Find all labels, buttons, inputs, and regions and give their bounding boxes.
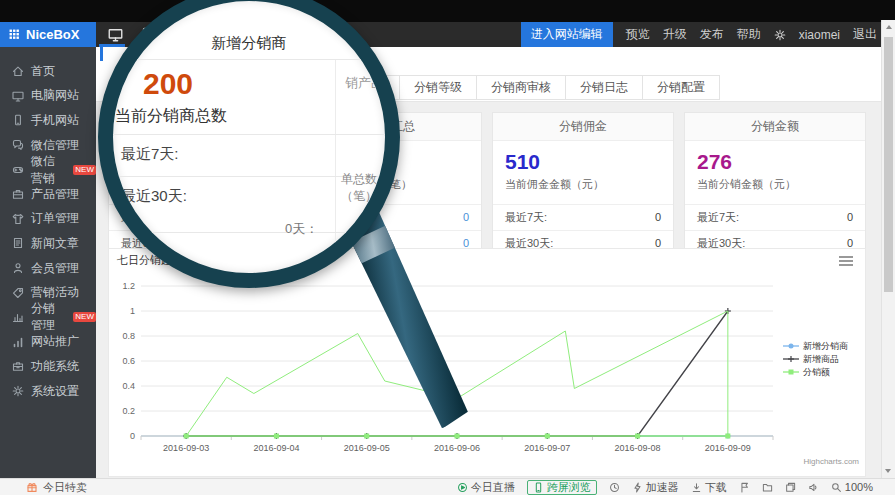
trend-chart: 00.20.40.60.811.22016-09-032016-09-04201… (111, 268, 863, 468)
svg-text:0.8: 0.8 (122, 331, 135, 341)
desktop-view-icon[interactable] (108, 27, 123, 42)
sidebar-item-functions[interactable]: 功能系统 (0, 354, 96, 379)
folder-button[interactable] (762, 482, 773, 493)
logout-link[interactable]: 退出 (853, 26, 877, 43)
zoom-icon (831, 482, 842, 493)
sidebar-item-promotion[interactable]: 网站推广 (0, 330, 96, 355)
tab-distribution-log[interactable]: 分销日志 (565, 75, 643, 100)
product-icon (12, 188, 24, 200)
window-button[interactable] (785, 482, 796, 493)
desktop-icon (12, 90, 24, 102)
card-value: 510 (505, 150, 661, 175)
tab-distributor-review[interactable]: 分销商审核 (476, 75, 566, 100)
sidebar-item-home[interactable]: 首页 (0, 59, 96, 84)
scrollbar-thumb[interactable] (884, 37, 893, 292)
promotion-icon (12, 336, 24, 348)
booster-button[interactable]: 加速器 (632, 480, 679, 495)
distribution-icon (12, 311, 24, 323)
help-link[interactable]: 帮助 (737, 26, 761, 43)
new-badge: NEW (73, 312, 96, 322)
svg-text:0: 0 (130, 431, 135, 441)
todays-deals-button[interactable]: 今日特卖 (26, 480, 87, 495)
scroll-up-arrow[interactable] (886, 25, 892, 29)
svg-text:2016-09-04: 2016-09-04 (253, 443, 299, 453)
function-icon (12, 360, 24, 372)
sidebar-item-news[interactable]: 新闻文章 (0, 231, 96, 256)
svg-text:2016-09-03: 2016-09-03 (163, 443, 209, 453)
zoom-level-button[interactable]: 100% (831, 481, 873, 493)
chart-credit[interactable]: Highcharts.com (803, 457, 859, 466)
svg-text:2016-09-05: 2016-09-05 (344, 443, 390, 453)
upgrade-link[interactable]: 升级 (663, 26, 687, 43)
magnified-row-30days: 最近30天: (121, 187, 187, 206)
card-distribution-amount: 分销金额 276 当前分销金额（元） 最近7天:0 最近30天:0 (684, 112, 866, 257)
campaign-icon (12, 287, 24, 299)
magnified-card-value: 200 (143, 67, 193, 101)
svg-text:2016-09-08: 2016-09-08 (615, 443, 661, 453)
magnified-row-7days: 最近7天: (121, 145, 179, 164)
window-icon (785, 482, 796, 493)
sidebar-item-members[interactable]: 会员管理 (0, 256, 96, 281)
sidebar: 首页 电脑网站 手机网站 微信管理 微信营销NEW 产品管理 订单管理 新闻文章… (0, 47, 96, 478)
svg-text:1.2: 1.2 (122, 281, 135, 291)
order-icon (12, 213, 24, 225)
svg-text:2016-09-06: 2016-09-06 (434, 443, 480, 453)
flag-button[interactable] (739, 482, 750, 493)
grid-menu-icon (9, 29, 20, 40)
svg-text:2016-09-07: 2016-09-07 (524, 443, 570, 453)
news-icon (12, 237, 24, 249)
tab-distribution-levels[interactable]: 分销等级 (399, 75, 477, 100)
app-logo-text: NiceBoX (26, 27, 79, 42)
magnified-fragment: 销产品 (345, 74, 384, 92)
download-button[interactable]: 下载 (691, 480, 727, 495)
history-button[interactable] (609, 482, 620, 493)
username[interactable]: xiaomei (799, 28, 840, 42)
sidebar-item-products[interactable]: 产品管理 (0, 182, 96, 207)
sound-icon (808, 482, 819, 493)
svg-text:1: 1 (130, 306, 135, 316)
magnified-fragment: 0天： (285, 220, 318, 238)
live-icon (457, 482, 468, 493)
sidebar-item-settings[interactable]: 系统设置 (0, 379, 96, 404)
legend-item[interactable]: 新增分销商 (803, 341, 848, 351)
sidebar-item-mobile-site[interactable]: 手机网站 (0, 108, 96, 133)
legend-item[interactable]: 分销额 (803, 367, 830, 377)
flag-icon (739, 482, 750, 493)
sound-button[interactable] (808, 482, 819, 493)
sale-icon (26, 481, 38, 493)
home-icon (12, 65, 24, 77)
legend-item[interactable]: 新增商品 (803, 354, 839, 364)
app-logo[interactable]: NiceBoX (0, 22, 96, 47)
live-today-button[interactable]: 今日直播 (457, 480, 515, 495)
dashboard-window: NiceBoX 进入网站编辑 预览 升级 发布 帮助 xiaomei 退出 首页… (0, 0, 895, 495)
enter-site-editor-button[interactable]: 进入网站编辑 (521, 22, 613, 47)
magnifier-lens: 新增分销商 200 当前分销商总数 最近7天: 最近30天: 销产品 单总数（笔… (98, 0, 400, 288)
wechat-icon (12, 139, 24, 151)
window-top-strip (0, 0, 895, 22)
scroll-down-arrow[interactable] (885, 469, 891, 473)
gear-icon[interactable] (774, 29, 786, 41)
card-value: 276 (697, 150, 853, 175)
settings-icon (12, 385, 24, 397)
publish-link[interactable]: 发布 (700, 26, 724, 43)
history-icon (609, 482, 620, 493)
cross-screen-icon (533, 482, 544, 493)
wechat-marketing-icon (12, 164, 24, 176)
preview-link[interactable]: 预览 (626, 26, 650, 43)
svg-text:0.2: 0.2 (122, 406, 135, 416)
tab-distribution-config[interactable]: 分销配置 (642, 75, 720, 100)
svg-text:0.4: 0.4 (122, 381, 135, 391)
mobile-icon (12, 114, 24, 126)
sidebar-item-wechat-marketing[interactable]: 微信营销NEW (0, 157, 96, 182)
sidebar-item-pc-site[interactable]: 电脑网站 (0, 84, 96, 109)
sidebar-item-orders[interactable]: 订单管理 (0, 207, 96, 232)
active-indicator (100, 47, 103, 61)
magnified-card-title: 新增分销商 (113, 34, 385, 53)
download-icon (691, 482, 702, 493)
vertical-scrollbar (881, 20, 895, 478)
chart-menu-button[interactable] (837, 254, 855, 268)
new-badge: NEW (73, 165, 96, 175)
member-icon (12, 262, 24, 274)
cross-screen-browse-button[interactable]: 跨屏浏览 (527, 480, 597, 495)
sidebar-item-distribution[interactable]: 分销管理NEW (0, 305, 96, 330)
